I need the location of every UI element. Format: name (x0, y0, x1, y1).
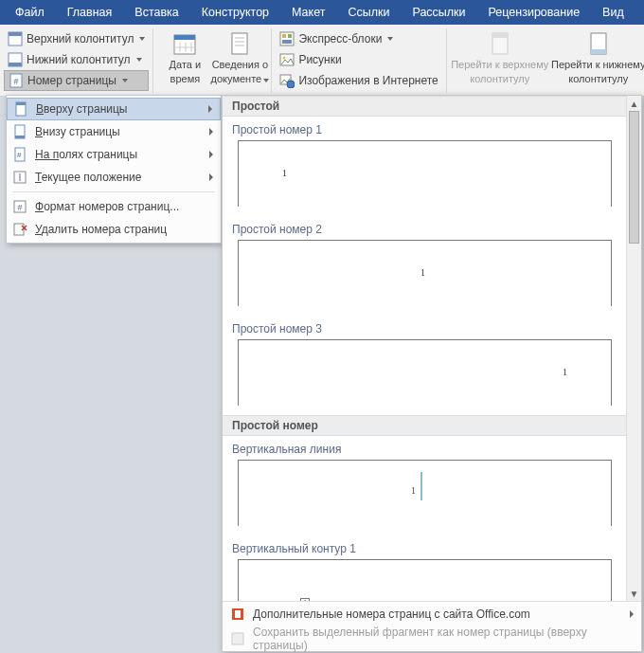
menu-remove-label: Удалить номера страниц (35, 223, 167, 236)
remove-icon (12, 222, 27, 237)
page-number-sample: 1 (411, 485, 416, 496)
page-number-label: Номер страницы (27, 74, 116, 87)
tab-insert[interactable]: Вставка (123, 0, 189, 25)
menu-top-of-page[interactable]: Вверху страницы (7, 98, 221, 120)
page-number-icon: # (9, 73, 24, 88)
svg-rect-27 (591, 49, 606, 54)
svg-rect-3 (9, 63, 22, 66)
tab-review[interactable]: Рецензирование (477, 0, 592, 25)
svg-rect-18 (288, 34, 292, 38)
scroll-up-button[interactable]: ▲ (627, 96, 641, 111)
svg-text:#: # (17, 151, 22, 159)
tab-file[interactable]: Файл (0, 0, 56, 25)
menu-separator (12, 191, 215, 192)
page-number-menu: Вверху страницы Внизу страницы # На поля… (6, 95, 222, 244)
tab-help[interactable]: Спр (635, 0, 644, 25)
tab-references[interactable]: Ссылки (336, 0, 401, 25)
submenu-arrow-icon (209, 151, 213, 158)
option-title: Простой номер 2 (232, 220, 632, 240)
svg-rect-17 (282, 34, 286, 38)
tab-design[interactable]: Конструктор (190, 0, 280, 25)
ribbon: Верхний колонтитул Нижний колонтитул # Н… (0, 25, 644, 97)
tab-layout[interactable]: Макет (280, 0, 336, 25)
doc-info-label-1: Сведения о (212, 59, 268, 71)
gallery-section-plainnumber: Простой номер (223, 415, 641, 436)
chevron-down-icon (263, 79, 269, 82)
footer-icon (8, 52, 23, 67)
chevron-down-icon (136, 58, 142, 62)
svg-rect-42 (235, 610, 241, 618)
svg-rect-12 (232, 33, 247, 54)
option-title: Простой номер 3 (232, 319, 632, 339)
page-number-sample: 1 (282, 168, 287, 178)
goto-footer-button[interactable]: Перейти к нижнему колонтитулу (549, 28, 644, 93)
goto-footer-label-2: колонтитулу (568, 73, 628, 85)
date-time-label-2: время (170, 73, 201, 85)
gallery-section-simple: Простой (223, 96, 641, 117)
gallery-scrollbar[interactable]: ▲ ▼ (626, 96, 641, 601)
page-top-icon (13, 101, 28, 117)
svg-rect-1 (9, 32, 22, 36)
gallery-option-vertical-line[interactable]: Вертикальная линия 1 (223, 436, 641, 535)
page-number-sample: 1 (420, 267, 425, 278)
footer-label: Нижний колонтитул (27, 53, 131, 66)
option-title: Вертикальный контур 1 (232, 539, 632, 559)
online-pictures-label: Изображения в Интернете (298, 74, 438, 87)
submenu-arrow-icon (209, 173, 213, 181)
tab-home[interactable]: Главная (56, 0, 124, 25)
quick-parts-icon (279, 31, 295, 46)
svg-rect-29 (16, 102, 26, 105)
gallery-option-plain-1[interactable]: Простой номер 1 1 (223, 117, 641, 216)
footer-button[interactable]: Нижний колонтитул (4, 49, 149, 70)
document-icon (226, 30, 253, 57)
pictures-label: Рисунки (298, 53, 341, 66)
menu-remove-page-numbers[interactable]: Удалить номера страниц (7, 218, 221, 241)
svg-rect-7 (174, 35, 195, 40)
menu-page-margins[interactable]: # На полях страницы (7, 143, 221, 166)
date-time-button[interactable]: Дата и время (157, 28, 212, 93)
option-title: Простой номер 1 (232, 120, 632, 140)
globe-picture-icon (279, 73, 295, 88)
menu-current-position[interactable]: Текущее положение (7, 166, 221, 189)
tab-mailings[interactable]: Рассылки (401, 0, 476, 25)
page-preview: 1 (238, 140, 612, 207)
page-bottom-icon (12, 124, 27, 139)
save-icon (230, 631, 245, 646)
header-button[interactable]: Верхний колонтитул (4, 28, 149, 49)
chevron-down-icon (387, 37, 393, 41)
svg-rect-25 (492, 33, 508, 38)
gallery-option-plain-2[interactable]: Простой номер 2 1 (223, 216, 641, 316)
calendar-icon (171, 30, 198, 57)
gallery-option-plain-3[interactable]: Простой номер 3 1 (223, 316, 641, 415)
pictures-button[interactable]: Рисунки (276, 49, 441, 70)
goto-header-button: Перейти к верхнему колонтитулу (451, 28, 549, 93)
page-preview: 1 (238, 460, 612, 526)
chevron-down-icon (139, 37, 145, 41)
scroll-thumb[interactable] (629, 111, 639, 244)
tab-view[interactable]: Вид (591, 0, 635, 25)
menu-format-page-numbers[interactable]: # Формат номеров страниц... (7, 195, 221, 218)
goto-header-label-1: Перейти к верхнему (451, 59, 548, 71)
more-from-office-button[interactable]: Дополнительные номера страниц с сайта Of… (223, 602, 641, 626)
office-icon (230, 607, 245, 622)
goto-header-label-2: колонтитулу (470, 73, 529, 85)
menu-current-label: Текущее положение (35, 171, 141, 184)
goto-header-icon (487, 30, 513, 57)
gallery-option-vertical-outline-1[interactable]: Вертикальный контур 1 1 (223, 535, 641, 601)
scroll-down-button[interactable]: ▼ (627, 586, 641, 601)
page-preview: 1 (238, 339, 612, 406)
picture-icon (279, 52, 295, 67)
format-icon: # (12, 199, 27, 214)
doc-info-button[interactable]: Сведения о документе (212, 28, 267, 93)
page-number-sample: 1 (300, 598, 310, 601)
page-number-button[interactable]: # Номер страницы (4, 70, 149, 91)
chevron-down-icon (122, 79, 128, 82)
page-number-sample: 1 (563, 367, 567, 377)
svg-rect-31 (15, 136, 25, 138)
quick-parts-button[interactable]: Экспресс-блоки (276, 28, 441, 49)
menu-bottom-of-page[interactable]: Внизу страницы (7, 120, 221, 143)
online-pictures-button[interactable]: Изображения в Интернете (276, 70, 441, 91)
page-preview: 1 (238, 240, 612, 306)
goto-footer-label-1: Перейти к нижнему (551, 59, 644, 71)
svg-rect-43 (232, 633, 243, 644)
